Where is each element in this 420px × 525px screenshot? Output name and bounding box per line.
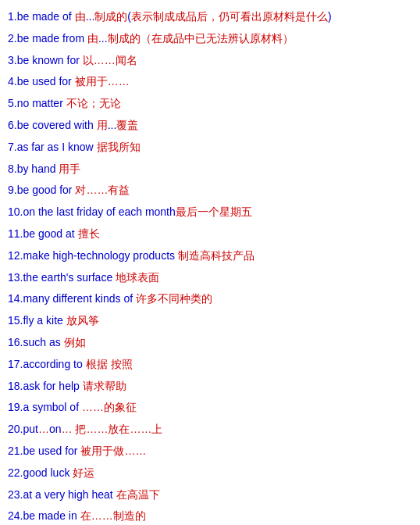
list-item: 2.be made from 由...制成的（在成品中已无法辨认原材料） [8, 28, 412, 50]
list-item: 10.on the last friday of each month最后一个星… [8, 202, 412, 223]
list-item: 5.no matter 不论；无论 [8, 93, 412, 115]
list-item: 21.be used for 被用于做…… [8, 441, 412, 462]
list-item: 4.be used for 被用于…… [8, 71, 412, 93]
list-item: 7.as far as I know 据我所知 [8, 137, 412, 159]
list-item: 16.such as 例如 [8, 332, 412, 354]
list-item: 19.a symbol of ……的象征 [8, 397, 412, 419]
list-item: 1.be made of 由...制成的(表示制成成品后，仍可看出原材料是什么) [8, 6, 412, 28]
list-item: 20.put…on… 把……放在……上 [8, 419, 412, 441]
list-item: 3.be known for 以……闻名 [8, 50, 412, 72]
list-item: 18.ask for help 请求帮助 [8, 376, 412, 398]
list-item: 24.be made in 在……制造的 [8, 505, 412, 525]
phrase-list: 1.be made of 由...制成的(表示制成成品后，仍可看出原材料是什么)… [8, 6, 412, 525]
list-item: 23.at a very high heat 在高温下 [8, 484, 412, 506]
list-item: 11.be good at 擅长 [8, 223, 412, 245]
list-item: 13.the earth's surface 地球表面 [8, 267, 412, 289]
list-item: 22.good luck 好运 [8, 462, 412, 484]
list-item: 14.many different kinds of 许多不同种类的 [8, 288, 412, 310]
list-item: 6.be covered with 用...覆盖 [8, 115, 412, 137]
list-item: 9.be good for 对……有益 [8, 180, 412, 202]
list-item: 8.by hand 用手 [8, 159, 412, 180]
list-item: 17.according to 根据 按照 [8, 354, 412, 376]
list-item: 12.make high-technology products 制造高科技产品 [8, 245, 412, 267]
list-item: 15.fly a kite 放风筝 [8, 310, 412, 332]
